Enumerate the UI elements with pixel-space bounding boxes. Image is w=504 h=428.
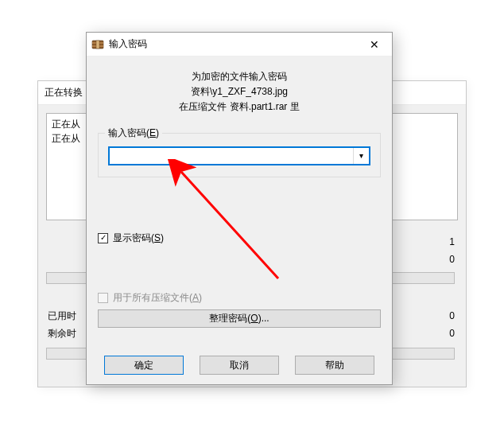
- close-button[interactable]: ✕: [356, 33, 392, 56]
- bg-title-text: 正在转换: [45, 86, 83, 99]
- chevron-down-icon: ▾: [359, 151, 363, 160]
- bg-stat-3: 0: [399, 308, 455, 325]
- show-password-label: 显示密码(S): [113, 232, 164, 245]
- show-password-checkbox[interactable]: ✓: [98, 233, 108, 243]
- info-line-2: 资料\y1_ZXF_4738.jpg: [101, 84, 378, 99]
- password-input[interactable]: [110, 148, 353, 164]
- bg-remaining-label: 剩余时: [48, 325, 76, 343]
- bg-stat-1: 1: [399, 234, 455, 251]
- all-archives-checkbox: [98, 293, 108, 303]
- dialog-titlebar: 输入密码 ✕: [87, 33, 392, 56]
- dialog-info: 为加密的文件输入密码 资料\y1_ZXF_4738.jpg 在压缩文件 资料.p…: [87, 56, 392, 115]
- help-button[interactable]: 帮助: [295, 356, 374, 375]
- ok-button[interactable]: 确定: [104, 356, 184, 375]
- all-archives-row: 用于所有压缩文件(A): [98, 291, 381, 305]
- bg-stat-2: 0: [399, 251, 455, 269]
- info-line-3: 在压缩文件 资料.part1.rar 里: [101, 99, 378, 115]
- bg-stat-4: 0: [399, 325, 455, 343]
- info-line-1: 为加密的文件输入密码: [101, 69, 378, 84]
- password-dialog: 输入密码 ✕ 为加密的文件输入密码 资料\y1_ZXF_4738.jpg 在压缩…: [86, 32, 393, 385]
- svg-rect-3: [96, 41, 99, 49]
- bg-elapsed-label: 已用时: [48, 308, 76, 325]
- password-dropdown-button[interactable]: ▾: [353, 148, 369, 164]
- dialog-title: 输入密码: [109, 37, 147, 51]
- all-archives-label: 用于所有压缩文件(A): [113, 291, 202, 305]
- organize-passwords-button[interactable]: 整理密码(O)...: [98, 309, 381, 328]
- password-group: 输入密码(E) ▾: [98, 133, 381, 177]
- password-combobox[interactable]: ▾: [108, 146, 370, 165]
- winrar-icon: [91, 38, 104, 51]
- close-icon: ✕: [370, 38, 379, 51]
- cancel-button[interactable]: 取消: [200, 356, 279, 375]
- show-password-row[interactable]: ✓ 显示密码(S): [98, 232, 381, 245]
- password-group-label: 输入密码(E): [105, 126, 162, 140]
